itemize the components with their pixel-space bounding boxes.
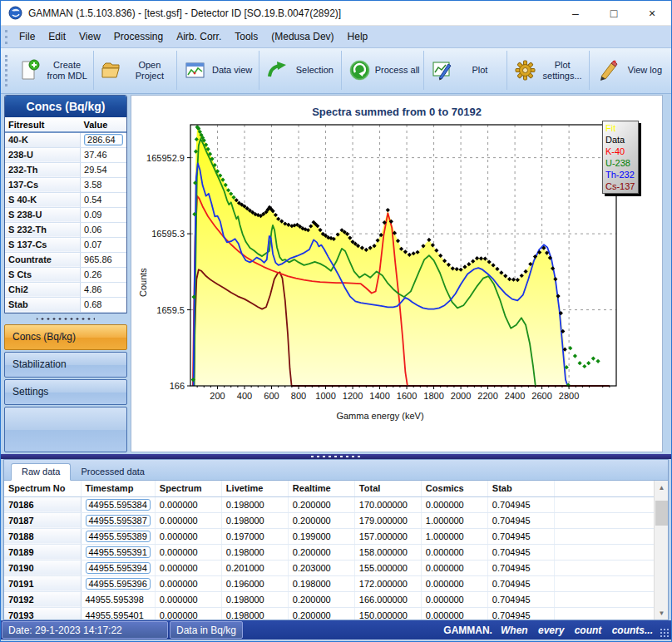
spectrum-chart[interactable]: 2004006008001000120014001600180020002200… <box>131 118 660 417</box>
raw-column-header[interactable]: Spectrum No <box>4 481 81 496</box>
fitresult-label: S Cts <box>5 267 81 282</box>
splitter-dots <box>37 317 95 321</box>
concs-row: Stab0.68 <box>5 297 126 312</box>
fitresult-label: 137-Cs <box>5 177 81 192</box>
scroll-down-icon[interactable]: ▼ <box>655 606 668 620</box>
toolbar-grip[interactable] <box>5 55 7 86</box>
raw-column-header[interactable]: Livetime <box>221 481 288 496</box>
scrollbar-thumb[interactable] <box>655 501 668 526</box>
fitresult-label: S 232-Th <box>5 222 81 237</box>
raw-column-header[interactable]: Realtime <box>288 481 354 496</box>
data-cell: 0.000000 <box>155 496 221 512</box>
sidebar-item-settings[interactable]: Settings <box>4 379 127 405</box>
data-cell: 0.704945 <box>487 560 554 575</box>
create-from-mdl-button[interactable]: Create from MDL <box>12 51 94 90</box>
timestamp-box[interactable]: 44955.595396 <box>86 578 151 590</box>
plot-button[interactable]: Plot <box>424 51 506 90</box>
fitresult-label: S 40-K <box>5 192 81 207</box>
selection-button[interactable]: Selection <box>259 51 342 90</box>
fitresult-value[interactable]: 0.09 <box>81 207 126 222</box>
fitresult-value[interactable]: 4.86 <box>81 282 126 297</box>
open-project-button[interactable]: Open Project <box>94 51 176 90</box>
table-row[interactable]: 7018944955.5953910.0000000.1980000.20000… <box>4 544 654 560</box>
svg-text:2800: 2800 <box>559 391 579 401</box>
table-row[interactable]: 7018644955.5953840.0000000.1980000.20000… <box>4 496 654 512</box>
raw-column-header[interactable]: Spectrum <box>155 481 221 496</box>
tab-raw-data[interactable]: Raw data <box>11 463 71 481</box>
sidebar-splitter[interactable] <box>4 315 127 323</box>
raw-column-header[interactable]: Timestamp <box>81 481 155 496</box>
scroll-up-icon[interactable]: ▲ <box>655 481 668 494</box>
menu-grip[interactable] <box>5 30 7 44</box>
resize-grip[interactable] <box>660 628 670 638</box>
fitresult-value[interactable]: 0.26 <box>81 267 126 282</box>
table-row[interactable]: 7019144955.5953960.0000000.1960000.19800… <box>4 575 654 591</box>
raw-column-header[interactable]: Stab <box>487 481 554 496</box>
maximize-button[interactable]: □ <box>595 1 633 25</box>
sidebar-item-concs[interactable]: Concs (Bq/kg) <box>4 324 127 350</box>
tab-processed-data[interactable]: Processed data <box>71 464 154 480</box>
menu-edit[interactable]: Edit <box>42 31 72 42</box>
legend-item-th-232: Th-232 <box>605 169 635 180</box>
menu-airb-corr[interactable]: Airb. Corr. <box>170 31 228 42</box>
fitresult-value[interactable]: 37.46 <box>81 147 126 162</box>
menu-help[interactable]: Help <box>341 31 375 42</box>
fitresult-value[interactable]: 0.06 <box>81 222 126 237</box>
fitresult-label: 238-U <box>5 147 81 162</box>
fitresult-value[interactable]: 0.68 <box>81 297 126 312</box>
fitresult-value[interactable]: 3.58 <box>81 177 126 192</box>
raw-data-table: Spectrum NoTimestampSpectrumLivetimeReal… <box>4 481 654 620</box>
plot-settings-icon <box>514 59 536 81</box>
menu-bar: File Edit View Processing Airb. Corr. To… <box>1 26 671 48</box>
spectrum-no-cell: 70193 <box>4 607 81 620</box>
sidebar-item-stabilization[interactable]: Stabilization <box>4 352 127 378</box>
spectrum-no-cell: 70189 <box>4 544 81 560</box>
fitresult-value[interactable]: 965.86 <box>81 252 126 267</box>
menu-tools[interactable]: Tools <box>228 31 264 42</box>
fitresult-value[interactable]: 286.64 <box>81 132 126 147</box>
table-row[interactable]: 7018844955.5953890.0000000.1970000.19900… <box>4 528 654 544</box>
spectrum-no-cell: 70192 <box>4 591 81 607</box>
data-cell: 0.000000 <box>421 607 487 620</box>
data-cell: 0.198000 <box>288 575 354 591</box>
table-row[interactable]: 7018744955.5953870.0000000.1980000.20000… <box>4 512 654 528</box>
timestamp-box[interactable]: 44955.595389 <box>86 531 151 542</box>
fitresult-value[interactable]: 0.54 <box>81 192 126 207</box>
minimize-button[interactable]: – <box>556 1 595 25</box>
plot-settings-button[interactable]: Plot settings... <box>507 51 590 90</box>
chart-area[interactable]: 2004006008001000120014001600180020002200… <box>131 118 662 421</box>
table-row[interactable]: 7019344955.5954010.0000000.1980000.20000… <box>4 607 654 620</box>
svg-text:2200: 2200 <box>477 391 497 401</box>
table-row[interactable]: 7019044955.5953940.0000000.2010000.20300… <box>4 560 654 575</box>
menu-medusa-dev[interactable]: (Medusa Dev) <box>264 31 340 42</box>
timestamp-box[interactable]: 44955.595384 <box>86 499 151 511</box>
concs-header-row: FitresultValue <box>5 117 126 132</box>
raw-column-header[interactable]: Cosmics <box>421 481 487 496</box>
data-cell: 0.704945 <box>487 528 554 544</box>
timestamp-cell: 44955.595387 <box>81 512 155 528</box>
timestamp-box[interactable]: 44955.595387 <box>86 515 151 526</box>
fitresult-value[interactable]: 0.07 <box>81 237 126 252</box>
process-all-button[interactable]: Process all <box>342 51 424 90</box>
timestamp-box[interactable]: 44955.595394 <box>86 562 151 574</box>
data-view-button[interactable]: Data view <box>177 51 259 90</box>
focused-value-cell[interactable]: 286.64 <box>84 134 123 146</box>
raw-column-header[interactable]: Total <box>354 481 421 496</box>
concs-row: S 40-K0.54 <box>5 192 126 207</box>
view-log-button[interactable]: View log <box>590 51 671 90</box>
menu-file[interactable]: File <box>12 31 42 42</box>
fitresult-label: S 137-Cs <box>5 237 81 252</box>
data-cell: 0.704945 <box>487 512 554 528</box>
table-row[interactable]: 7019244955.5953980.0000000.1980000.20000… <box>4 591 654 607</box>
menu-processing[interactable]: Processing <box>107 31 170 42</box>
svg-text:600: 600 <box>264 391 279 401</box>
data-cell: 170.000000 <box>354 496 421 512</box>
timestamp-box[interactable]: 44955.595391 <box>86 546 151 558</box>
menu-view[interactable]: View <box>72 31 107 42</box>
table-scrollbar[interactable]: ▲ ▼ <box>654 481 668 620</box>
fitresult-label: 232-Th <box>5 162 81 177</box>
fitresult-value[interactable]: 29.54 <box>81 162 126 177</box>
data-cell: 0.203000 <box>288 560 354 575</box>
spectrum-no-cell: 70191 <box>4 575 81 591</box>
close-button[interactable]: × <box>633 1 671 25</box>
